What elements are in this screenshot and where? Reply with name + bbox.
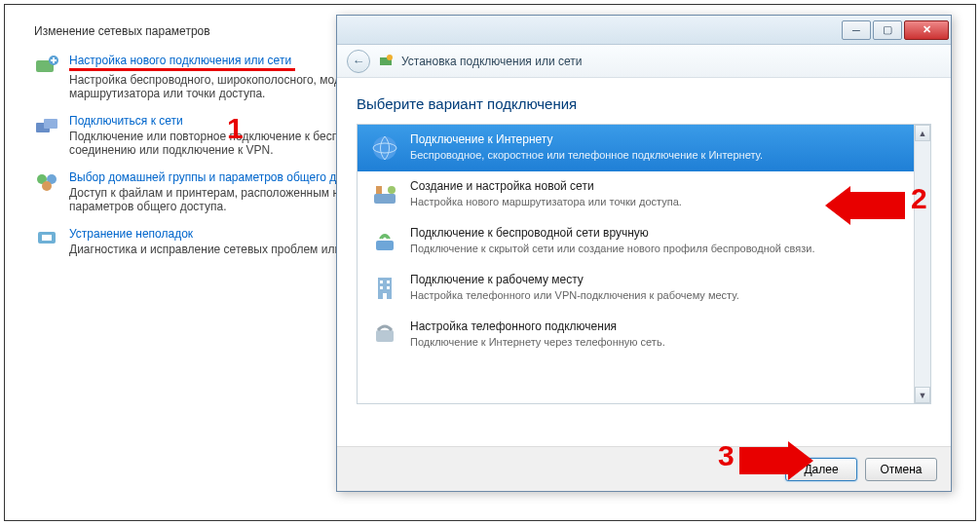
opt-desc: Подключение к Интернету через телефонную…: [410, 335, 902, 349]
page-frame: соединение (ASUS) Изменение сетевых пара…: [4, 4, 976, 521]
connection-wizard-dialog: ─ ▢ ✕ ← Установка подключения или сети В…: [336, 15, 952, 492]
opt-title: Настройка телефонного подключения: [410, 319, 902, 335]
option-list: Подключение к Интернету Беспроводное, ск…: [357, 124, 931, 404]
annotation-arrow-2: [825, 186, 905, 225]
svg-rect-20: [380, 286, 383, 289]
section-title-text: Изменение сетевых параметров: [34, 24, 210, 38]
minimize-button[interactable]: ─: [842, 20, 871, 40]
svg-rect-8: [42, 235, 52, 241]
svg-rect-19: [387, 281, 390, 283]
wifi-icon: [369, 226, 400, 257]
scrollbar[interactable]: ▲ ▼: [914, 125, 930, 403]
new-connection-icon: [34, 54, 61, 77]
svg-rect-13: [374, 194, 396, 204]
building-icon: [369, 273, 400, 304]
opt-title: Подключение к Интернету: [410, 132, 902, 148]
opt-desc: Настройка телефонного или VPN-подключени…: [410, 288, 902, 302]
annotation-number-2: 2: [911, 182, 927, 215]
annotation-number-3: 3: [718, 439, 735, 472]
titlebar: ─ ▢ ✕: [337, 16, 951, 45]
connect-icon: [34, 114, 61, 137]
wizard-icon: [378, 54, 394, 69]
dialog-heading: Выберите вариант подключения: [357, 95, 931, 112]
troubleshoot-icon: [34, 227, 61, 250]
svg-rect-14: [376, 186, 382, 194]
option-wifi-manual[interactable]: Подключение к беспроводной сети вручную …: [358, 218, 914, 265]
svg-point-15: [388, 186, 396, 194]
opt-desc: Беспроводное, скоростное или телефонное …: [410, 148, 902, 162]
net-link[interactable]: Настройка нового подключения или сети: [69, 54, 291, 67]
net-link[interactable]: Выбор домашней группы и параметров общег…: [69, 170, 373, 184]
homegroup-icon: [34, 170, 61, 194]
annotation-number-1: 1: [227, 112, 244, 145]
annotation-underline: [69, 68, 295, 71]
svg-rect-3: [44, 119, 57, 129]
scroll-up-button[interactable]: ▲: [915, 125, 930, 141]
svg-point-6: [42, 181, 52, 191]
close-button[interactable]: ✕: [904, 20, 949, 40]
wizard-subheader: ← Установка подключения или сети: [337, 45, 951, 78]
dialog-footer: Далее Отмена: [337, 446, 951, 491]
svg-rect-22: [383, 293, 387, 299]
opt-desc: Подключение к скрытой сети или создание …: [410, 242, 902, 255]
option-workplace[interactable]: Подключение к рабочему месту Настройка т…: [358, 265, 914, 312]
svg-point-11: [373, 136, 396, 160]
svg-rect-16: [376, 241, 394, 250]
cancel-button[interactable]: Отмена: [865, 458, 937, 481]
back-button[interactable]: ←: [347, 50, 370, 73]
net-link[interactable]: Устранение неполадок: [69, 227, 193, 241]
svg-rect-23: [376, 330, 394, 342]
option-internet[interactable]: Подключение к Интернету Беспроводное, ск…: [358, 125, 914, 171]
opt-title: Подключение к рабочему месту: [410, 273, 902, 288]
option-dialup[interactable]: Настройка телефонного подключения Подклю…: [358, 312, 914, 358]
phone-icon: [369, 319, 400, 351]
router-icon: [369, 179, 400, 210]
annotation-arrow-3: [739, 441, 813, 480]
scroll-down-button[interactable]: ▼: [915, 387, 930, 403]
globe-icon: [369, 132, 400, 164]
maximize-button[interactable]: ▢: [873, 20, 902, 40]
wizard-title: Установка подключения или сети: [401, 55, 582, 68]
svg-rect-18: [380, 281, 383, 283]
dialog-body: Выберите вариант подключения Подключение…: [337, 78, 951, 404]
svg-point-10: [387, 55, 393, 60]
net-link[interactable]: Подключиться к сети: [69, 114, 183, 128]
svg-rect-21: [387, 286, 390, 289]
opt-title: Подключение к беспроводной сети вручную: [410, 226, 902, 242]
